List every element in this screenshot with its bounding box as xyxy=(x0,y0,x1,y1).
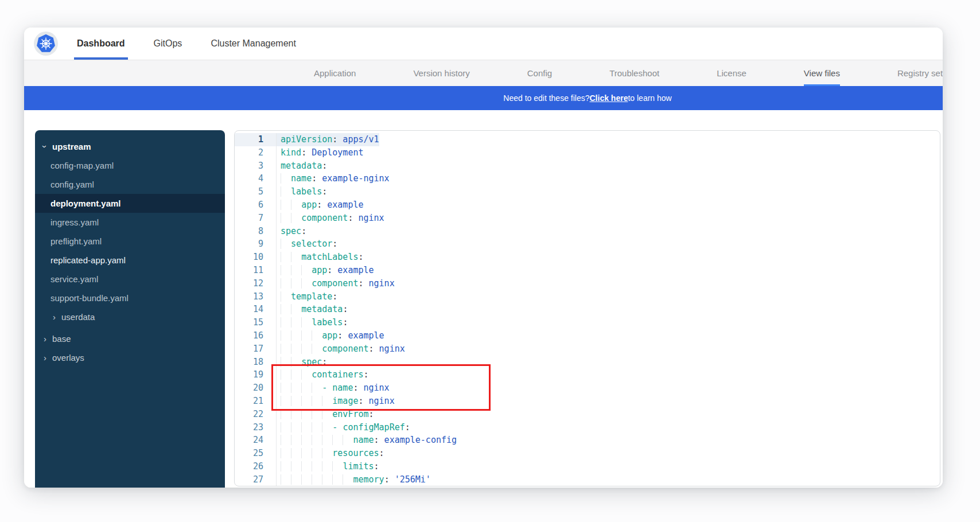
chevron-down-icon: › xyxy=(41,143,49,150)
sub-tab-config[interactable]: Config xyxy=(527,60,552,86)
tree-folder-overlays[interactable]: ›overlays xyxy=(35,348,225,367)
line-number: 22 xyxy=(235,408,277,421)
yaml-code-editor[interactable]: 1apiVersion: apps/v12kind: Deployment3me… xyxy=(234,130,940,486)
line-number: 14 xyxy=(235,303,277,316)
tree-folder-upstream[interactable]: ›upstream xyxy=(35,137,225,156)
code-line-14: 14 metadata: xyxy=(235,303,940,316)
tree-item-label: support-bundle.yaml xyxy=(50,293,129,303)
line-number: 2 xyxy=(235,146,277,159)
sub-tab-view-files[interactable]: View files xyxy=(804,60,840,86)
line-content: spec: xyxy=(277,225,306,238)
code-line-26: 26 limits: xyxy=(235,460,940,473)
line-number: 18 xyxy=(235,356,277,369)
line-content: envFrom: xyxy=(277,408,374,421)
line-content: kind: Deployment xyxy=(277,146,364,159)
line-number: 23 xyxy=(235,421,277,434)
top-tab-cluster-management[interactable]: Cluster Management xyxy=(208,28,299,60)
sub-tab-troubleshoot[interactable]: Troubleshoot xyxy=(609,60,659,86)
line-content: name: example-nginx xyxy=(277,172,390,185)
code-line-21: 21 image: nginx xyxy=(235,395,940,408)
line-content: containers: xyxy=(277,368,369,381)
tree-folder-base[interactable]: ›base xyxy=(35,329,225,348)
banner-text-before: Need to edit these files? xyxy=(503,94,589,103)
tree-file-config-yaml[interactable]: config.yaml xyxy=(35,175,225,194)
line-number: 24 xyxy=(235,434,277,447)
line-content: component: nginx xyxy=(277,212,384,225)
tree-item-label: deployment.yaml xyxy=(50,198,121,208)
tree-item-label: config-map.yaml xyxy=(50,161,114,170)
line-content: image: nginx xyxy=(277,395,395,408)
code-line-6: 6 app: example xyxy=(235,198,940,212)
line-content: labels: xyxy=(277,185,327,198)
tree-item-label: service.yaml xyxy=(50,274,98,284)
top-tab-dashboard[interactable]: Dashboard xyxy=(74,28,128,60)
app-window: DashboardGitOpsCluster Management Applic… xyxy=(24,28,943,488)
tree-file-replicated-app-yaml[interactable]: replicated-app.yaml xyxy=(35,251,225,270)
banner-text-after: to learn how xyxy=(628,94,671,103)
tree-file-deployment-yaml[interactable]: deployment.yaml xyxy=(35,194,225,213)
tree-file-service-yaml[interactable]: service.yaml xyxy=(35,270,225,289)
line-content: memory: '256Mi' xyxy=(277,473,431,486)
line-number: 1 xyxy=(235,133,277,146)
line-content: app: example xyxy=(277,198,364,212)
code-line-8: 8spec: xyxy=(235,225,940,238)
code-line-10: 10 matchLabels: xyxy=(235,251,940,264)
code-line-27: 27 memory: '256Mi' xyxy=(235,473,940,486)
sub-tabs: ApplicationVersion historyConfigTroubles… xyxy=(24,60,943,86)
line-content: component: nginx xyxy=(277,277,395,290)
tree-file-preflight-yaml[interactable]: preflight.yaml xyxy=(35,232,225,251)
tree-item-label: upstream xyxy=(52,142,91,151)
tree-item-label: config.yaml xyxy=(50,180,94,189)
tree-folder-userdata[interactable]: ›userdata xyxy=(35,307,225,326)
sub-tab-license[interactable]: License xyxy=(717,60,746,86)
line-content: matchLabels: xyxy=(277,251,364,264)
code-line-15: 15 labels: xyxy=(235,316,940,329)
line-number: 7 xyxy=(235,212,277,225)
line-content: metadata: xyxy=(277,159,327,173)
code-line-3: 3metadata: xyxy=(235,159,940,173)
line-number: 17 xyxy=(235,342,277,356)
tree-file-support-bundle-yaml[interactable]: support-bundle.yaml xyxy=(35,289,225,307)
tree-file-ingress-yaml[interactable]: ingress.yaml xyxy=(35,213,225,232)
line-number: 27 xyxy=(235,473,277,486)
line-content: component: nginx xyxy=(277,342,405,356)
line-number: 19 xyxy=(235,368,277,381)
line-number: 16 xyxy=(235,329,277,342)
line-number: 6 xyxy=(235,198,277,212)
line-number: 11 xyxy=(235,264,277,277)
line-content: resources: xyxy=(277,447,384,460)
line-content: template: xyxy=(277,290,337,303)
view-files-content: ›upstreamconfig-map.yamlconfig.yamldeplo… xyxy=(24,110,943,488)
tree-file-config-map-yaml[interactable]: config-map.yaml xyxy=(35,156,225,175)
line-content: apiVersion: apps/v1 xyxy=(277,133,379,146)
sub-tab-version-history[interactable]: Version history xyxy=(413,60,469,86)
line-number: 4 xyxy=(235,172,277,185)
tree-item-label: userdata xyxy=(61,312,95,322)
top-tab-gitops[interactable]: GitOps xyxy=(151,28,185,60)
code-line-20: 20 - name: nginx xyxy=(235,381,940,395)
line-content: app: example xyxy=(277,264,374,277)
code-line-25: 25 resources: xyxy=(235,447,940,460)
line-number: 15 xyxy=(235,316,277,329)
code-line-19: 19 containers: xyxy=(235,368,940,381)
line-number: 26 xyxy=(235,460,277,473)
chevron-right-icon: › xyxy=(41,353,49,362)
code-line-9: 9 selector: xyxy=(235,237,940,251)
kubernetes-helm-icon xyxy=(36,34,56,53)
line-content: limits: xyxy=(277,460,379,473)
sub-tab-registry-settings[interactable]: Registry settings xyxy=(897,60,943,86)
line-number: 13 xyxy=(235,290,277,303)
sub-tab-application[interactable]: Application xyxy=(314,60,356,86)
line-content: app: example xyxy=(277,329,384,342)
code-line-17: 17 component: nginx xyxy=(235,342,940,356)
code-line-13: 13 template: xyxy=(235,290,940,303)
code-line-22: 22 envFrom: xyxy=(235,408,940,421)
line-number: 3 xyxy=(235,159,277,173)
chevron-right-icon: › xyxy=(50,313,58,321)
line-content: metadata: xyxy=(277,303,348,316)
edit-files-banner: Need to edit these files? Click here to … xyxy=(24,86,943,110)
banner-click-here-link[interactable]: Click here xyxy=(590,94,628,103)
top-tabs: DashboardGitOpsCluster Management xyxy=(74,28,299,60)
code-lines: 1apiVersion: apps/v12kind: Deployment3me… xyxy=(235,133,940,486)
code-line-4: 4 name: example-nginx xyxy=(235,172,940,185)
